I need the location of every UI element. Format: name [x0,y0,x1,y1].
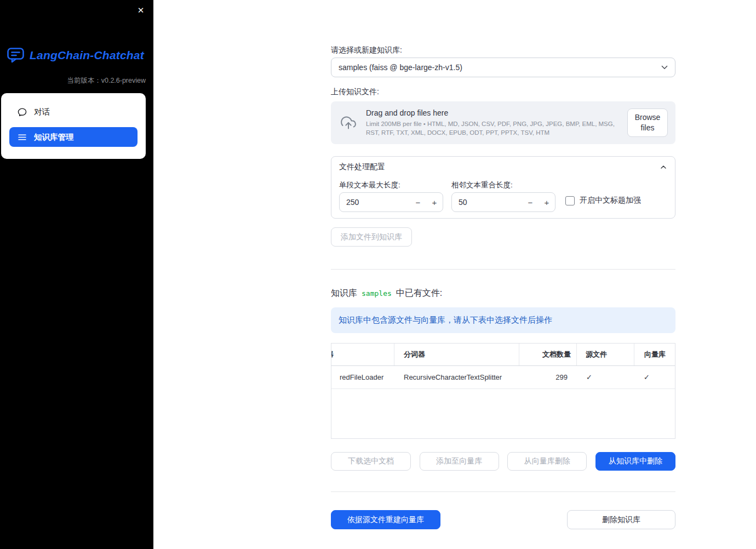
cell-splitter: RecursiveCharacterTextSplitter [394,366,519,388]
sidebar-nav: 对话 知识库管理 [1,93,146,159]
existing-files-heading: 知识库 samples 中已有文件: [331,288,442,299]
chat-logo-icon [7,47,25,64]
uploader-limit-text: Limit 200MB per file • HTML, MD, JSON, C… [366,120,622,137]
sidebar-item-label: 对话 [34,107,50,117]
column-header-vector-store: 向量库 [634,344,675,365]
rebuild-vector-store-button[interactable]: 依据源文件重建向量库 [331,510,440,529]
sidebar: ✕ LangChain-Chatchat 当前版本：v0.2.6-preview [0,0,153,549]
cell-doc-count: 299 [519,366,577,388]
checkbox-box [565,196,575,205]
cell-vector-check: ✓ [634,366,675,388]
add-to-vector-store-button[interactable]: 添加至向量库 [420,452,499,471]
file-uploader-dropzone[interactable]: Drag and drop files here Limit 200MB per… [331,101,675,144]
sidebar-item-label: 知识库管理 [34,132,74,142]
version-label: 当前版本：v0.2.6-preview [67,76,146,85]
add-files-to-kb-button[interactable]: 添加文件到知识库 [331,227,412,247]
app-window: ✕ LangChain-Chatchat 当前版本：v0.2.6-preview [0,0,756,549]
delete-from-kb-button[interactable]: 从知识库中删除 [595,452,675,471]
overlap-input[interactable]: 50 − + [451,192,555,212]
minus-step-button[interactable]: − [522,193,539,211]
files-table: 器 分词器 文档数量 源文件 向量库 redFileLoader Recursi… [331,343,675,439]
existing-suffix: 中已有文件: [396,288,442,299]
uploader-texts: Drag and drop files here Limit 200MB per… [366,108,627,137]
main-content: 请选择或新建知识库: samples (faiss @ bge-large-zh… [331,0,675,549]
uploader-drag-text: Drag and drop files here [366,108,622,117]
kb-select-label: 请选择或新建知识库: [331,45,402,55]
kb-name-code: samples [362,289,392,298]
sidebar-close-button[interactable]: ✕ [134,3,148,18]
kb-select-value: samples (faiss @ bge-large-zh-v1.5) [339,63,462,72]
checkbox-label: 开启中文标题加强 [580,196,641,205]
expander-title: 文件处理配置 [339,162,385,172]
max-length-value: 250 [346,198,410,207]
chat-bubble-icon [18,107,27,117]
upload-label: 上传知识文件: [331,87,379,97]
chevron-up-icon [659,163,668,171]
table-row[interactable]: redFileLoader RecursiveCharacterTextSpli… [331,366,675,389]
divider [331,491,675,492]
knowledge-base-icon [18,133,27,142]
column-header-loader: 器 [331,344,394,365]
existing-prefix: 知识库 [331,288,357,299]
download-selected-button[interactable]: 下载选中文档 [331,452,411,471]
max-length-input[interactable]: 250 − + [339,192,443,212]
cell-loader: redFileLoader [331,366,394,388]
delete-from-vector-store-button[interactable]: 从向量库删除 [507,452,587,471]
sidebar-item-dialogue[interactable]: 对话 [9,102,138,122]
cloud-upload-icon [340,115,357,130]
info-banner: 知识库中包含源文件与向量库，请从下表中选择文件后操作 [331,307,675,333]
app-title: LangChain-Chatchat [30,49,144,62]
column-header-doc-count: 文档数量 [519,344,577,365]
sidebar-item-knowledge-base[interactable]: 知识库管理 [9,127,138,147]
table-header-row: 器 分词器 文档数量 源文件 向量库 [331,344,675,366]
file-config-expander: 文件处理配置 单段文本最大长度: 250 − + 相邻文本重合长度: 50 − … [331,156,675,219]
divider [331,269,675,270]
overlap-value: 50 [459,198,522,207]
column-header-source-file: 源文件 [577,344,634,365]
max-length-label: 单段文本最大长度: [339,180,400,190]
column-header-splitter: 分词器 [394,344,519,365]
file-action-buttons: 下载选中文档 添加至向量库 从向量库删除 从知识库中删除 [331,452,675,471]
plus-step-button[interactable]: + [426,193,443,211]
chevron-down-icon [660,62,669,72]
info-text: 知识库中包含源文件与向量库，请从下表中选择文件后操作 [339,315,552,325]
kb-select[interactable]: samples (faiss @ bge-large-zh-v1.5) [331,58,675,77]
delete-kb-button[interactable]: 删除知识库 [567,510,675,529]
minus-step-button[interactable]: − [410,193,426,211]
browse-files-button[interactable]: Browse files [627,108,668,137]
cell-source-check: ✓ [577,366,634,388]
file-config-expander-header[interactable]: 文件处理配置 [331,157,675,178]
app-logo: LangChain-Chatchat [7,47,144,64]
close-icon: ✕ [138,5,145,15]
zh-title-enhance-checkbox[interactable]: 开启中文标题加强 [565,196,641,205]
plus-step-button[interactable]: + [539,193,555,211]
overlap-label: 相邻文本重合长度: [451,180,513,190]
